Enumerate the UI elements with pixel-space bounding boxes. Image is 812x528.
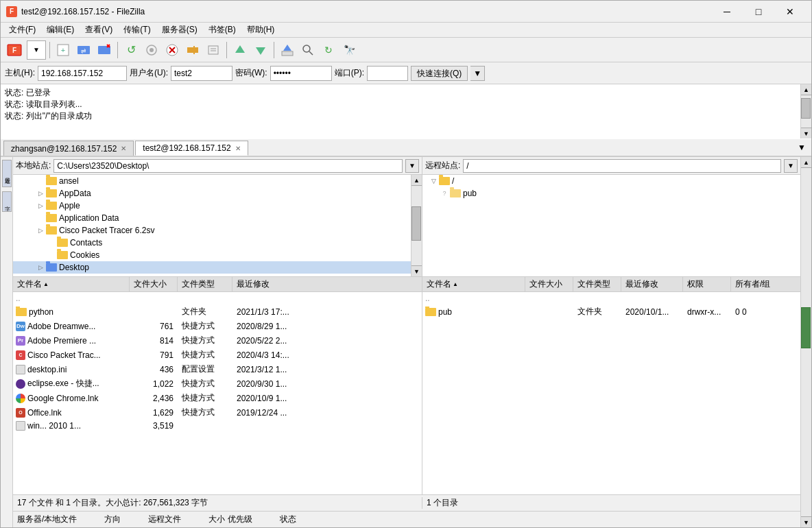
- remote-tree-scroll[interactable]: ▽ / ? pub: [422, 175, 800, 276]
- scroll-up[interactable]: ▲: [801, 84, 811, 95]
- sidebar-btn-recent[interactable]: 最近: [2, 160, 12, 187]
- file-row-python[interactable]: python 文件夹 2021/1/3 17:...: [13, 304, 422, 319]
- remote-header-owner[interactable]: 所有者/组: [731, 277, 800, 291]
- header-filedate[interactable]: 最近修改: [232, 277, 422, 291]
- tab-close-test2[interactable]: ✕: [235, 145, 241, 152]
- toolbar-refresh[interactable]: ↺: [121, 40, 141, 60]
- app-vscroll[interactable]: ▲ ▼: [800, 157, 811, 527]
- toolbar-down[interactable]: [251, 40, 270, 60]
- local-path-input[interactable]: [53, 159, 403, 173]
- remote-path-input[interactable]: [463, 159, 781, 173]
- file-status-bar: 17 个文件 和 1 个目录。大小总计: 267,561,323 字节 1 个目…: [13, 494, 800, 511]
- local-file-list[interactable]: .. python: [13, 292, 422, 494]
- remote-header-filename[interactable]: 文件名 ▲: [422, 277, 525, 291]
- user-input[interactable]: [171, 66, 232, 81]
- tab-zhangsan[interactable]: zhangsan@192.168.157.152 ✕: [3, 141, 134, 156]
- menu-server[interactable]: 服务器(S): [156, 23, 203, 37]
- toolbar-settings[interactable]: [142, 40, 161, 60]
- header-filesize[interactable]: 文件大小: [130, 277, 178, 291]
- file-row-desktop-ini[interactable]: desktop.ini 436 配置设置 2021/3/12 1...: [13, 362, 422, 376]
- tab-close-zhangsan[interactable]: ✕: [121, 145, 126, 152]
- remote-file-row-up[interactable]: ..: [422, 292, 800, 304]
- folder-icon-contacts: [57, 239, 68, 247]
- connect-dropdown[interactable]: ▼: [470, 66, 485, 81]
- local-tree-scroll[interactable]: ansel ▷ AppData ▷: [13, 175, 422, 276]
- svg-text:F: F: [12, 47, 16, 54]
- pass-input[interactable]: [270, 66, 332, 81]
- close-button[interactable]: ✕: [774, 1, 806, 23]
- remote-header-size[interactable]: 文件大小: [525, 277, 573, 291]
- maximize-button[interactable]: □: [743, 1, 774, 23]
- file-row-eclipse[interactable]: eclipse.exe - 快捷... 1,022 快捷方式 2020/9/30…: [13, 376, 422, 391]
- header-filetype[interactable]: 文件类型: [178, 277, 232, 291]
- connection-bar: 主机(H): 用户名(U): 密码(W): 端口(P): 快速连接(Q) ▼: [1, 62, 811, 84]
- toolbar-new-site[interactable]: +: [53, 40, 73, 60]
- file-row-win[interactable]: win... 2010 1... 3,519: [13, 420, 422, 432]
- file-row-chrome[interactable]: Google Chrome.lnk 2,436 快捷方式 2020/10/9 1…: [13, 391, 422, 405]
- tree-item-root[interactable]: ▽ /: [422, 175, 789, 187]
- tree-item-desktop[interactable]: ▷ Desktop: [13, 261, 411, 274]
- toolbar-connect[interactable]: ⇌: [74, 40, 93, 60]
- status-scrollbar[interactable]: ▲ ▼: [800, 84, 811, 139]
- remote-tree-panel: 远程站点: ▼ ▽ /: [422, 157, 800, 276]
- toolbar-local-up[interactable]: [278, 40, 297, 60]
- local-path-dropdown[interactable]: ▼: [405, 159, 419, 173]
- toolbar-stop[interactable]: [183, 40, 202, 60]
- toolbar-queue-stop[interactable]: [204, 40, 223, 60]
- menu-transfer[interactable]: 传输(T): [118, 23, 156, 37]
- menu-view[interactable]: 查看(V): [80, 23, 118, 37]
- transfer-col3: 远程文件: [148, 514, 181, 525]
- toolbar-icon-btn[interactable]: F: [3, 40, 25, 60]
- toolbar-cancel[interactable]: [163, 40, 182, 60]
- toolbar-search[interactable]: [298, 40, 318, 60]
- toolbar-refresh2[interactable]: ↻: [319, 40, 338, 60]
- toolbar-dropdown[interactable]: ▼: [27, 40, 46, 60]
- toolbar-disconnect[interactable]: [95, 40, 114, 60]
- svg-point-10: [150, 48, 154, 52]
- connect-button[interactable]: 快速连接(Q): [411, 66, 468, 81]
- tree-item-cisco[interactable]: ▷ Cisco Packet Tracer 6.2sv: [13, 224, 411, 237]
- file-row-up[interactable]: ..: [13, 292, 422, 304]
- local-tree: ansel ▷ AppData ▷: [13, 175, 422, 276]
- file-row-office[interactable]: O Office.lnk 1,629 快捷方式 2019/12/24 ...: [13, 405, 422, 420]
- scroll-thumb[interactable]: [801, 98, 811, 119]
- tree-item-ansel[interactable]: ansel: [13, 175, 411, 187]
- file-row-cisco[interactable]: C Cisco Packet Trac... 791 快捷方式 2020/4/3…: [13, 348, 422, 362]
- file-row-adobe-dw[interactable]: Dw Adobe Dreamwe... 761 快捷方式 2020/8/29 1…: [13, 319, 422, 333]
- minimize-button[interactable]: ─: [711, 1, 743, 23]
- port-input[interactable]: [367, 66, 408, 81]
- sep3: [226, 42, 227, 58]
- menu-bookmark[interactable]: 书签(B): [203, 23, 241, 37]
- remote-header-date[interactable]: 最近修改: [621, 277, 683, 291]
- file-row-adobe-pr[interactable]: Pr Adobe Premiere ... 814 快捷方式 2020/5/22…: [13, 333, 422, 348]
- tree-item-appdata2[interactable]: Application Data: [13, 212, 411, 224]
- local-location-label: 本地站点:: [16, 160, 51, 171]
- host-input[interactable]: [38, 66, 127, 81]
- panels-container: 本地站点: ▼ ansel: [13, 157, 800, 527]
- toolbar-binoculars[interactable]: 🔭: [339, 40, 359, 60]
- remote-path-dropdown[interactable]: ▼: [784, 159, 798, 173]
- header-filename[interactable]: 文件名 ▲: [13, 277, 130, 291]
- tab-dropdown[interactable]: ▼: [795, 143, 809, 152]
- toolbar-up[interactable]: [230, 40, 250, 60]
- left-sidebar: 最近 字: [1, 157, 13, 527]
- folder-icon-appdata2: [46, 214, 57, 222]
- menu-help[interactable]: 帮助(H): [241, 23, 280, 37]
- tree-item-cookies[interactable]: Cookies: [13, 249, 411, 261]
- menu-file[interactable]: 文件(F): [3, 23, 41, 37]
- tree-item-pub[interactable]: ? pub: [422, 187, 789, 200]
- menu-edit[interactable]: 编辑(E): [41, 23, 80, 37]
- tree-item-apple[interactable]: ▷ Apple: [13, 200, 411, 212]
- tab-test2[interactable]: test2@192.168.157.152 ✕: [135, 141, 248, 156]
- remote-header-type[interactable]: 文件类型: [573, 277, 621, 291]
- remote-header-perm[interactable]: 权限: [683, 277, 731, 291]
- remote-file-row-pub[interactable]: pub 文件夹 2020/10/1... drwxr-x... 0 0: [422, 304, 800, 319]
- status-line2: 状态: 读取目录列表...: [5, 99, 798, 110]
- scroll-down[interactable]: ▼: [801, 128, 811, 139]
- remote-file-list[interactable]: .. pub: [422, 292, 800, 494]
- sidebar-btn-char[interactable]: 字: [2, 191, 12, 212]
- tree-vscroll[interactable]: ▲ ▼: [411, 175, 422, 276]
- folder-icon-desktop: [46, 263, 57, 272]
- tree-item-contacts[interactable]: Contacts: [13, 237, 411, 249]
- tree-item-appdata[interactable]: ▷ AppData: [13, 187, 411, 200]
